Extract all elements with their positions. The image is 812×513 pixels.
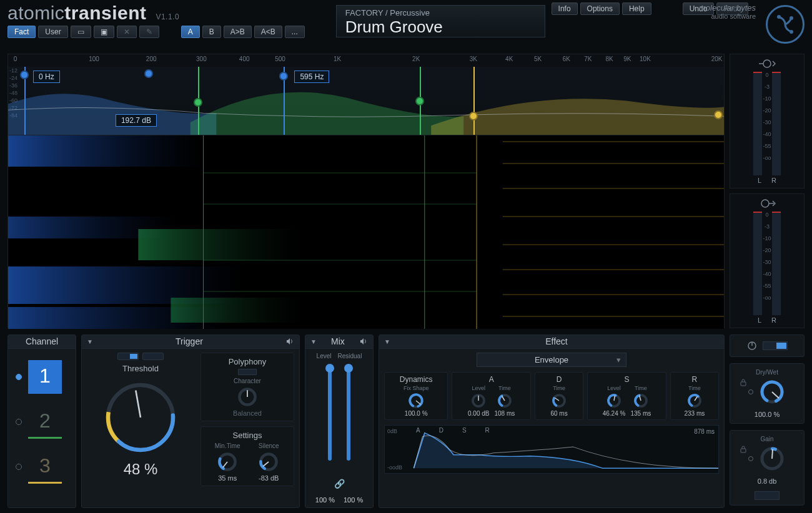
fixshape-knob[interactable] <box>407 391 425 410</box>
mix-collapse-icon[interactable]: ▼ <box>310 338 317 345</box>
user-button[interactable]: User <box>38 26 67 38</box>
save-preset-icon[interactable]: ▣ <box>94 26 114 38</box>
envelope-graph[interactable]: 0dB -oodB 878 ms ADSR <box>384 425 719 474</box>
release-title: R <box>692 375 698 384</box>
silence-knob[interactable] <box>257 451 280 473</box>
attack-level-knob[interactable] <box>469 391 488 410</box>
slot-a-button[interactable]: A <box>181 26 200 38</box>
trigger-toggle-1[interactable] <box>117 353 139 360</box>
svg-line-68 <box>772 449 773 459</box>
gain-value: 0.8 db <box>758 477 777 485</box>
dynamics-title: Dynamics <box>400 375 433 384</box>
factory-button[interactable]: Fact <box>7 26 36 38</box>
band3-low-handle[interactable] <box>469 112 478 120</box>
channel-2-enable[interactable] <box>16 419 22 425</box>
attack-time-knob[interactable] <box>495 391 514 410</box>
info-button[interactable]: Info <box>552 2 578 15</box>
level-slider[interactable] <box>328 367 332 461</box>
trigger-toggle-2[interactable] <box>142 353 164 360</box>
settings-title: Settings <box>206 431 289 440</box>
frequency-axis: 01002003004005001K2K3K4K5K6K7K8K9K10K20K <box>8 54 724 67</box>
band1-db-tag: 192.7 dB <box>116 114 157 127</box>
svg-line-39 <box>263 462 269 466</box>
channel-2-select[interactable]: 2 <box>28 405 62 439</box>
preset-display[interactable]: FACTORY / Percussive Drum Groove <box>336 5 545 37</box>
svg-line-56 <box>640 395 641 400</box>
rename-preset-icon[interactable]: ✎ <box>139 26 159 38</box>
output-icon <box>758 198 776 209</box>
effect-collapse-icon[interactable]: ▼ <box>384 338 390 345</box>
polyphony-toggle[interactable] <box>238 369 257 375</box>
copy-b-to-a-button[interactable]: A<B <box>254 26 282 38</box>
fixshape-label: Fix Shape <box>404 385 429 391</box>
silence-label: Silence <box>259 442 279 449</box>
spectrum-analyzer[interactable]: 01002003004005001K2K3K4K5K6K7K8K9K10K20K… <box>7 54 725 328</box>
gain-lock-icon[interactable] <box>739 445 748 454</box>
new-preset-icon[interactable]: ▭ <box>71 26 91 38</box>
drywet-lock-icon[interactable] <box>739 378 748 387</box>
mintime-label: Min.Time <box>215 442 240 449</box>
band3-high-handle[interactable] <box>714 110 723 119</box>
power-switch[interactable] <box>763 341 788 350</box>
threshold-label: Threshold <box>122 364 159 373</box>
svg-point-0 <box>777 15 781 19</box>
gain-dot[interactable] <box>748 456 753 461</box>
gain-knob[interactable] <box>758 445 786 472</box>
band2-freq-handle[interactable] <box>279 72 288 81</box>
residual-value: 100 % <box>344 496 363 504</box>
polyphony-title: Polyphony <box>206 357 289 366</box>
threshold-knob[interactable] <box>100 377 181 458</box>
input-icon <box>758 58 776 69</box>
help-button[interactable]: Help <box>622 2 651 15</box>
effect-title: Effect <box>394 336 719 346</box>
character-label: Character <box>234 378 261 384</box>
character-knob[interactable] <box>236 386 259 408</box>
drywet-value: 100.0 % <box>755 411 780 418</box>
sustain-level-knob[interactable] <box>605 391 623 410</box>
channel-1-select[interactable]: 1 <box>28 360 62 394</box>
level-value: 100 % <box>315 496 335 504</box>
channel-3-enable[interactable] <box>16 464 22 470</box>
mintime-knob[interactable] <box>216 451 239 473</box>
preset-path: FACTORY / Percussive <box>345 8 536 17</box>
options-button[interactable]: Options <box>580 2 620 15</box>
attack-level-value: 0.00 dB <box>468 410 489 417</box>
band2-high-handle[interactable] <box>415 97 424 105</box>
character-value: Balanced <box>233 409 262 417</box>
sustain-time-knob[interactable] <box>631 391 650 410</box>
channel-3-select[interactable]: 3 <box>28 450 62 484</box>
slot-b-button[interactable]: B <box>202 26 221 38</box>
company-label: molecular bytes audio software <box>699 4 756 20</box>
decay-time-knob[interactable] <box>550 391 568 410</box>
mix-speaker-icon[interactable] <box>359 337 368 346</box>
drywet-knob[interactable] <box>758 378 786 406</box>
effect-type-dropdown[interactable]: Envelope <box>477 353 626 367</box>
link-sliders-icon[interactable]: 🔗 <box>334 479 345 489</box>
svg-rect-8 <box>171 298 300 323</box>
version-label: V1.1.0 <box>156 12 179 21</box>
svg-line-47 <box>502 396 505 401</box>
channel-1-enable[interactable] <box>16 374 22 380</box>
svg-line-50 <box>555 398 559 401</box>
drywet-label: Dry/Wet <box>756 369 778 376</box>
band2-low-handle[interactable] <box>194 98 202 107</box>
band1-width-handle[interactable] <box>144 69 153 78</box>
delete-preset-icon[interactable]: ✕ <box>117 26 137 38</box>
threshold-value: 48 % <box>124 461 158 478</box>
gain-switch[interactable] <box>755 491 780 500</box>
band1-freq-handle[interactable] <box>20 71 29 79</box>
level-label: Level <box>317 353 332 359</box>
power-icon[interactable] <box>746 340 758 351</box>
decay-time-value: 60 ms <box>550 410 567 417</box>
drywet-dot[interactable] <box>748 389 753 394</box>
copy-a-to-b-button[interactable]: A>B <box>224 26 252 38</box>
release-time-knob[interactable] <box>685 391 704 410</box>
svg-line-64 <box>772 392 779 398</box>
spectrogram-display[interactable] <box>8 135 724 329</box>
attack-time-value: 108 ms <box>495 410 515 417</box>
trigger-collapse-icon[interactable]: ▼ <box>87 338 93 345</box>
more-button[interactable]: ... <box>285 26 305 38</box>
residual-slider[interactable] <box>347 367 350 461</box>
trigger-speaker-icon[interactable] <box>285 337 294 346</box>
decay-title: D <box>557 375 562 384</box>
